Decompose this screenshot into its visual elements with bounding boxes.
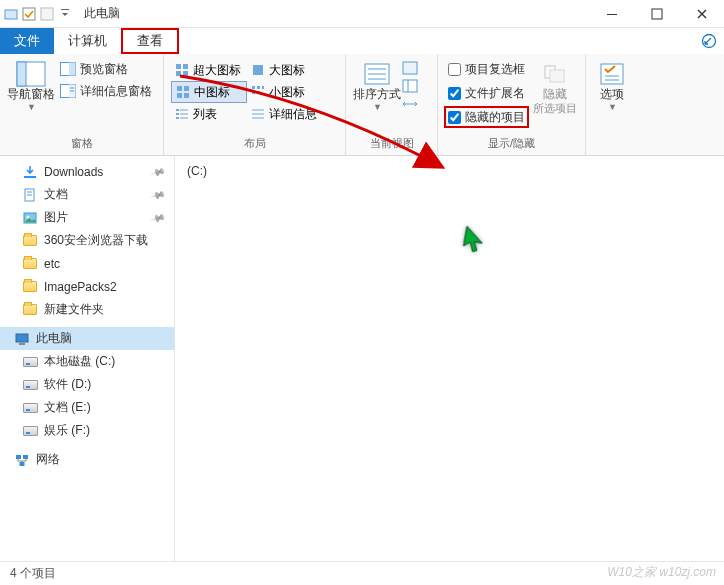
svg-rect-34 — [180, 117, 188, 119]
hidden-items-toggle[interactable]: 隐藏的项目 — [444, 106, 529, 128]
content-pane[interactable]: (C:) — [175, 156, 724, 561]
item-checkboxes-toggle[interactable]: 项目复选框 — [444, 58, 529, 80]
help-button[interactable] — [694, 28, 724, 54]
svg-rect-47 — [601, 64, 623, 84]
watermark: W10之家 w10zj.com — [607, 564, 716, 581]
window-title: 此电脑 — [84, 5, 120, 22]
tab-view[interactable]: 查看 — [121, 28, 179, 54]
drive-icon — [22, 354, 38, 370]
sidebar-item-documents[interactable]: 文档 — [0, 183, 174, 206]
hide-selected-button[interactable]: 隐藏 所选项目 — [533, 58, 577, 114]
svg-rect-33 — [176, 117, 179, 119]
tab-computer[interactable]: 计算机 — [54, 28, 121, 54]
hide-label2: 所选项目 — [533, 102, 577, 115]
nav-tree[interactable]: Downloads 文档 图片 360安全浏览器下载 etc ImagePack… — [0, 156, 175, 561]
svg-rect-30 — [180, 109, 188, 111]
svg-rect-59 — [23, 455, 28, 459]
group-panes-label: 窗格 — [0, 134, 163, 155]
options-icon — [596, 60, 628, 88]
sidebar-item-folder[interactable]: 新建文件夹 — [0, 298, 174, 321]
options-button[interactable]: 选项 ▼ — [592, 58, 632, 112]
close-button[interactable] — [679, 0, 724, 28]
svg-rect-46 — [550, 70, 564, 82]
sort-label: 排序方式 — [353, 88, 401, 102]
layout-small-icons[interactable]: 小图标 — [247, 81, 323, 103]
minimize-button[interactable] — [589, 0, 634, 28]
details-pane-button[interactable]: 详细信息窗格 — [56, 80, 156, 102]
file-extensions-checkbox[interactable] — [448, 87, 461, 100]
svg-rect-21 — [184, 86, 189, 91]
sidebar-item-drive[interactable]: 软件 (D:) — [0, 373, 174, 396]
preview-pane-button[interactable]: 预览窗格 — [56, 58, 156, 80]
item-checkboxes-checkbox[interactable] — [448, 63, 461, 76]
folder-icon — [22, 256, 38, 272]
sidebar-item-thispc[interactable]: 此电脑 — [0, 327, 174, 350]
content-drive-label: (C:) — [187, 164, 207, 178]
ribbon-group-layout: 超大图标 大图标 中图标 小图标 列表 详细信息 布局 — [164, 54, 346, 155]
grid-icon — [175, 84, 191, 100]
body: Downloads 文档 图片 360安全浏览器下载 etc ImagePack… — [0, 156, 724, 561]
documents-icon — [22, 187, 38, 203]
sidebar-item-folder[interactable]: etc — [0, 252, 174, 275]
sidebar-item-drive[interactable]: 文档 (E:) — [0, 396, 174, 419]
svg-rect-24 — [252, 86, 255, 89]
details-icon — [250, 106, 266, 122]
svg-rect-27 — [252, 91, 255, 94]
svg-rect-8 — [17, 62, 26, 86]
file-extensions-toggle[interactable]: 文件扩展名 — [444, 82, 529, 104]
layout-list[interactable]: 列表 — [171, 103, 247, 125]
svg-rect-17 — [176, 71, 181, 76]
preview-pane-label: 预览窗格 — [80, 62, 128, 77]
hidden-items-checkbox[interactable] — [448, 111, 461, 124]
group-by-icon[interactable] — [402, 60, 418, 76]
folder-icon — [22, 302, 38, 318]
sidebar-item-pictures[interactable]: 图片 — [0, 206, 174, 229]
window-controls — [589, 0, 724, 28]
grid-icon — [250, 62, 266, 78]
layout-medium-icons[interactable]: 中图标 — [171, 81, 247, 103]
drive-icon — [22, 423, 38, 439]
svg-rect-29 — [176, 109, 179, 111]
layout-details[interactable]: 详细信息 — [247, 103, 323, 125]
sidebar-item-drive[interactable]: 本地磁盘 (C:) — [0, 350, 174, 373]
svg-rect-57 — [19, 343, 25, 345]
preview-pane-icon — [60, 61, 76, 77]
tab-file-label: 文件 — [14, 33, 40, 50]
sidebar-item-downloads[interactable]: Downloads — [0, 160, 174, 183]
qat-blank-icon[interactable] — [40, 7, 54, 21]
layout-large-icons[interactable]: 大图标 — [247, 59, 323, 81]
svg-rect-0 — [5, 10, 17, 19]
folder-icon — [22, 279, 38, 295]
svg-rect-43 — [403, 80, 417, 92]
group-options-label — [586, 149, 638, 155]
svg-rect-19 — [253, 65, 263, 75]
svg-rect-4 — [607, 14, 617, 15]
group-currentview-label: 当前视图 — [346, 134, 437, 155]
svg-rect-28 — [257, 91, 260, 94]
sidebar-item-folder[interactable]: ImagePacks2 — [0, 275, 174, 298]
layout-gallery[interactable]: 超大图标 大图标 中图标 小图标 列表 详细信息 — [170, 58, 324, 126]
svg-rect-10 — [69, 63, 76, 76]
nav-pane-icon — [15, 60, 47, 88]
layout-xl-icons[interactable]: 超大图标 — [171, 59, 247, 81]
qat-checkbox-icon[interactable] — [22, 7, 36, 21]
maximize-button[interactable] — [634, 0, 679, 28]
svg-rect-5 — [652, 9, 662, 19]
sort-button[interactable]: 排序方式 ▼ — [352, 58, 402, 112]
nav-pane-button[interactable]: 导航窗格 ▼ — [6, 58, 56, 112]
qat-dropdown-icon[interactable] — [58, 7, 72, 21]
sidebar-item-drive[interactable]: 娱乐 (F:) — [0, 419, 174, 442]
nav-pane-label: 导航窗格 — [7, 88, 55, 102]
tab-file[interactable]: 文件 — [0, 28, 54, 54]
svg-rect-42 — [403, 62, 417, 74]
chevron-down-icon: ▼ — [373, 102, 382, 112]
svg-rect-20 — [177, 86, 182, 91]
ribbon-tabs: 文件 计算机 查看 — [0, 28, 724, 54]
svg-rect-18 — [183, 71, 188, 76]
size-columns-icon[interactable] — [402, 96, 418, 112]
sidebar-item-network[interactable]: 网络 — [0, 448, 174, 471]
svg-rect-32 — [180, 113, 188, 115]
add-columns-icon[interactable] — [402, 78, 418, 94]
details-pane-icon — [60, 83, 76, 99]
sidebar-item-folder[interactable]: 360安全浏览器下载 — [0, 229, 174, 252]
